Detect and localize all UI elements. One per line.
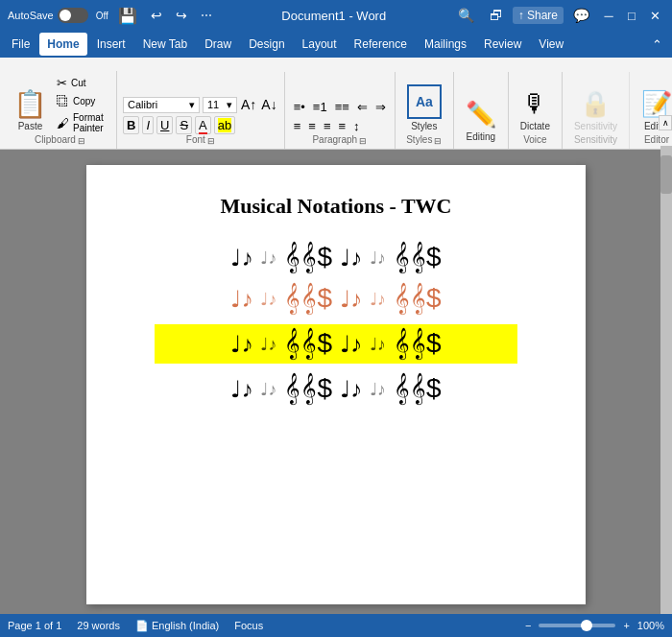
- music-row-2: ♩♪ ♩♪ 𝄞𝄞$ ♩♪ ♩♪ 𝄞𝄞$: [134, 283, 538, 315]
- minimize-button[interactable]: ─: [599, 6, 618, 25]
- ribbon-group-paragraph: ≡• ≡1 ≡≡ ⇐ ⇒ ≡ ≡ ≡ ≡ ↕ Parag: [285, 72, 396, 149]
- focus-button[interactable]: Focus: [234, 620, 263, 631]
- bullets-button[interactable]: ≡•: [291, 99, 308, 115]
- music-note: ♩♪: [370, 248, 386, 269]
- highlight-button[interactable]: ab: [214, 116, 235, 134]
- zoom-in-button[interactable]: +: [623, 620, 629, 631]
- document-heading: Musical Notations - TWC: [221, 194, 452, 219]
- menu-layout[interactable]: Layout: [295, 33, 345, 56]
- editing-button[interactable]: ✏️ Editing: [460, 97, 502, 145]
- strikethrough-button[interactable]: S: [176, 116, 192, 134]
- paragraph-group-label: Paragraph: [312, 134, 357, 147]
- voice-group-label: Voice: [523, 134, 546, 147]
- align-left-button[interactable]: ≡: [291, 118, 304, 134]
- menu-newtab[interactable]: New Tab: [135, 33, 195, 56]
- line-spacing-button[interactable]: ↕: [350, 118, 363, 134]
- italic-button[interactable]: I: [142, 116, 154, 134]
- copy-icon: ⿻: [57, 94, 69, 108]
- font-name-dropdown[interactable]: Calibri▾: [123, 97, 200, 113]
- format-painter-label: Format Painter: [73, 112, 107, 133]
- font-expand-btn[interactable]: ⊟: [207, 136, 215, 146]
- autosave-toggle[interactable]: [58, 8, 88, 23]
- ribbon: 📋 Paste ✂ Cut ⿻ Copy 🖌 Format Pain: [0, 58, 672, 150]
- clipboard-group-label: Clipboard: [35, 134, 76, 147]
- cut-label: Cut: [71, 78, 86, 88]
- menu-review[interactable]: Review: [476, 33, 529, 56]
- search-button[interactable]: 🔍: [452, 6, 480, 25]
- menu-insert[interactable]: Insert: [89, 33, 133, 56]
- paragraph-expand-btn[interactable]: ⊟: [359, 136, 367, 146]
- dictate-icon: 🎙: [522, 89, 547, 119]
- clipboard-expand-btn[interactable]: ⊟: [78, 136, 85, 146]
- align-center-button[interactable]: ≡: [305, 118, 319, 134]
- zoom-out-button[interactable]: −: [525, 620, 531, 631]
- copy-label: Copy: [73, 96, 95, 106]
- styles-button[interactable]: Aa Styles: [401, 82, 447, 134]
- autosave-control[interactable]: AutoSave Off: [8, 8, 108, 23]
- justify-button[interactable]: ≡: [335, 118, 348, 134]
- font-grow-button[interactable]: A↑: [240, 96, 257, 113]
- styles-icon: Aa: [407, 84, 442, 119]
- menu-file[interactable]: File: [4, 33, 37, 56]
- music-row-1: ♩♪ ♩♪ 𝄞𝄞$ ♩♪ ♩♪ 𝄞𝄞$: [134, 242, 538, 273]
- music-note: ♩♪: [260, 248, 276, 269]
- ribbon-group-editing: ✏️ Editing: [454, 72, 509, 149]
- scrollbar-thumb[interactable]: [660, 155, 672, 194]
- font-shrink-button[interactable]: A↓: [260, 96, 277, 113]
- styles-expand-btn[interactable]: ⊟: [434, 136, 442, 146]
- vertical-scrollbar[interactable]: [660, 146, 672, 614]
- increase-indent-button[interactable]: ⇒: [372, 99, 389, 115]
- font-size-dropdown[interactable]: 11▾: [203, 97, 237, 113]
- music-row-highlighted: ♩♪ ♩♪ 𝄞𝄞$ ♩♪ ♩♪ 𝄞𝄞$: [155, 324, 517, 364]
- sensitivity-icon: 🔒: [580, 89, 611, 119]
- ribbon-collapse-icon[interactable]: ∧: [659, 115, 672, 130]
- sensitivity-label: Sensitivity: [574, 121, 617, 131]
- menu-bar: File Home Insert New Tab Draw Design Lay…: [0, 31, 672, 58]
- numbering-button[interactable]: ≡1: [310, 99, 330, 115]
- ribbon-collapse-btn[interactable]: ⌃: [646, 35, 668, 54]
- word-count: 29 words: [77, 620, 120, 631]
- music-note: 𝄞𝄞$: [284, 283, 332, 315]
- menu-design[interactable]: Design: [241, 33, 292, 56]
- music-note: ♩♪: [340, 286, 362, 313]
- dictate-button[interactable]: 🎙 Dictate: [515, 86, 556, 134]
- share-button[interactable]: ↑ Share: [513, 7, 564, 24]
- menu-references[interactable]: Reference: [347, 33, 415, 56]
- copy-button[interactable]: ⿻ Copy: [53, 93, 110, 109]
- music-note: ♩♪: [230, 376, 252, 403]
- sensitivity-button[interactable]: 🔒 Sensitivity: [568, 86, 623, 134]
- status-bar: Page 1 of 1 29 words 📄 English (India) F…: [0, 614, 672, 637]
- save-button[interactable]: 💾: [114, 5, 141, 27]
- styles-label: Styles: [411, 121, 437, 131]
- menu-view[interactable]: View: [531, 33, 571, 56]
- menu-draw[interactable]: Draw: [197, 33, 239, 56]
- redo-button[interactable]: ↪: [172, 6, 191, 25]
- editing-icon: ✏️: [466, 100, 496, 130]
- format-painter-button[interactable]: 🖌 Format Painter: [53, 111, 110, 134]
- cut-button[interactable]: ✂ Cut: [53, 75, 110, 91]
- editing-label: Editing: [467, 131, 496, 142]
- restore-button[interactable]: 🗗: [484, 6, 509, 25]
- decrease-indent-button[interactable]: ⇐: [354, 99, 371, 115]
- paste-button[interactable]: 📋 Paste: [10, 85, 51, 134]
- autosave-state: Off: [96, 11, 108, 21]
- ribbon-group-font: Calibri▾ 11▾ A↑ A↓ B I U S: [117, 72, 285, 149]
- font-color-button[interactable]: A: [195, 116, 211, 134]
- bold-button[interactable]: B: [123, 116, 139, 134]
- multilevel-button[interactable]: ≡≡: [332, 99, 352, 115]
- title-bar: AutoSave Off 💾 ↩ ↪ ⋯ Document1 - Word 🔍 …: [0, 0, 672, 31]
- music-note: 𝄞𝄞$: [394, 328, 442, 360]
- menu-home[interactable]: Home: [39, 33, 86, 56]
- dictate-label: Dictate: [520, 121, 550, 131]
- zoom-slider[interactable]: [539, 624, 615, 627]
- maximize-button[interactable]: □: [622, 6, 641, 25]
- music-row-4: ♩♪ ♩♪ 𝄞𝄞$ ♩♪ ♩♪ 𝄞𝄞$: [134, 373, 538, 405]
- undo-button[interactable]: ↩: [147, 6, 166, 25]
- underline-button[interactable]: U: [156, 116, 173, 134]
- menu-mailings[interactable]: Mailings: [417, 33, 474, 56]
- close-button[interactable]: ✕: [645, 6, 664, 25]
- align-right-button[interactable]: ≡: [321, 118, 334, 134]
- more-button[interactable]: ⋯: [197, 7, 216, 24]
- comment-button[interactable]: 💬: [567, 6, 595, 25]
- document-area: Musical Notations - TWC ♩♪ ♩♪ 𝄞𝄞$ ♩♪ ♩♪ …: [0, 150, 672, 620]
